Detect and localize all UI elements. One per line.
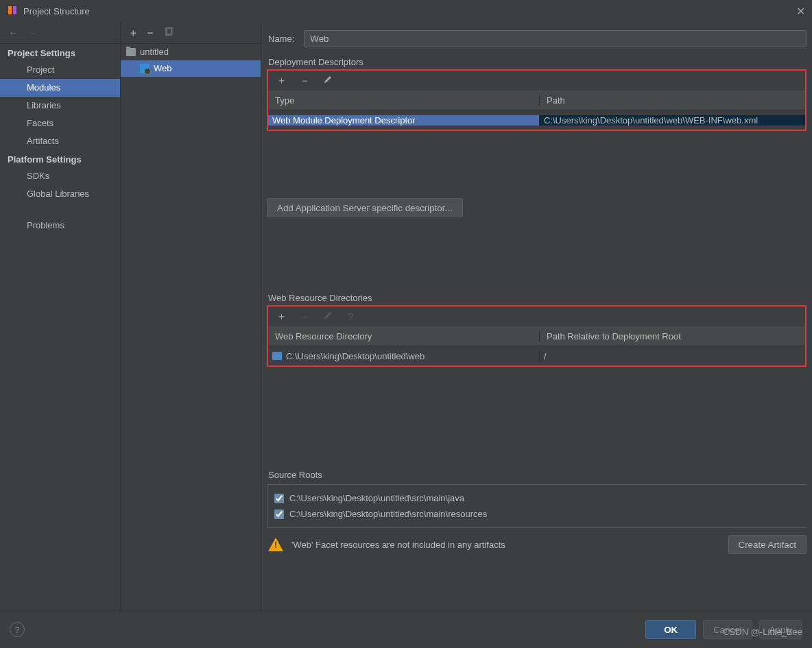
titlebar: Project Structure ✕ <box>0 0 812 22</box>
deployment-descriptors-box: ＋ − Type Path Web Module Deployment Desc… <box>267 69 807 131</box>
web-facet-icon <box>140 64 150 73</box>
nav-project[interactable]: Project <box>0 61 120 79</box>
warning-text: 'Web' Facet resources are not included i… <box>291 540 505 550</box>
content-panel: Name: Deployment Descriptors ＋ − Type Pa… <box>261 22 812 610</box>
wrd-add-icon[interactable]: ＋ <box>276 310 287 323</box>
dd-row-path: C:\Users\king\Desktop\untitled\web\WEB-I… <box>540 115 805 125</box>
ok-button[interactable]: OK <box>645 620 696 639</box>
nav-facets[interactable]: Facets <box>0 115 120 132</box>
tree-root-label: untitled <box>140 46 169 58</box>
name-input[interactable] <box>304 30 807 47</box>
source-root-row[interactable]: C:\Users\king\Desktop\untitled\src\main\… <box>274 490 800 506</box>
nav-libraries[interactable]: Libraries <box>0 97 120 115</box>
dd-col-path[interactable]: Path <box>540 95 805 106</box>
create-artifact-button[interactable]: Create Artifact <box>728 535 807 554</box>
dd-remove-icon[interactable]: − <box>302 75 308 86</box>
copy-icon[interactable] <box>165 27 174 38</box>
nav-global-libraries[interactable]: Global Libraries <box>0 185 120 203</box>
dd-row-type: Web Module Deployment Descriptor <box>268 115 540 125</box>
svg-rect-1 <box>8 6 12 14</box>
add-icon[interactable]: + <box>130 27 136 38</box>
tree-item-web[interactable]: Web <box>121 60 261 77</box>
web-resource-directories-label: Web Resource Directories <box>267 293 807 303</box>
wrd-row[interactable]: C:\Users\king\Desktop\untitled\web / <box>268 346 805 365</box>
nav-artifacts[interactable]: Artifacts <box>0 132 120 150</box>
section-project-settings: Project Settings <box>0 44 120 61</box>
nav-sdks[interactable]: SDKs <box>0 167 120 185</box>
wrd-col-rel[interactable]: Path Relative to Deployment Root <box>540 331 805 341</box>
close-icon[interactable]: ✕ <box>796 5 805 18</box>
sidebar-nav: ← → <box>0 22 120 44</box>
cancel-button[interactable]: Cancel <box>703 620 752 639</box>
name-label: Name: <box>268 34 294 44</box>
folder-icon <box>272 352 282 360</box>
back-arrow-icon[interactable]: ← <box>8 27 18 38</box>
dd-add-icon[interactable]: ＋ <box>276 74 287 87</box>
section-platform-settings: Platform Settings <box>0 150 120 167</box>
source-root-path-1: C:\Users\king\Desktop\untitled\src\main\… <box>289 509 487 519</box>
apply-button[interactable]: Apply <box>759 620 802 639</box>
folder-icon <box>126 48 136 56</box>
add-server-descriptor-button[interactable]: Add Application Server specific descript… <box>267 198 463 217</box>
source-root-path-0: C:\Users\king\Desktop\untitled\src\main\… <box>289 493 464 503</box>
source-root-row[interactable]: C:\Users\king\Desktop\untitled\src\main\… <box>274 506 800 522</box>
svg-rect-2 <box>13 6 16 14</box>
wrd-col-dir[interactable]: Web Resource Directory <box>268 331 540 341</box>
app-logo-icon <box>7 5 18 18</box>
nav-problems[interactable]: Problems <box>0 217 120 235</box>
wrd-help-icon[interactable]: ? <box>348 311 353 322</box>
wrd-remove-icon[interactable]: − <box>302 311 308 322</box>
window-title: Project Structure <box>23 6 90 16</box>
warning-icon <box>268 538 283 551</box>
wrd-edit-icon[interactable] <box>323 311 333 322</box>
source-root-checkbox-1[interactable] <box>274 509 284 519</box>
deployment-descriptors-label: Deployment Descriptors <box>267 57 807 67</box>
sidebar: ← → Project Settings Project Modules Lib… <box>0 22 121 610</box>
source-roots-box: C:\Users\king\Desktop\untitled\src\main\… <box>267 484 807 528</box>
tree-toolbar: + − <box>121 22 261 44</box>
module-tree-panel: + − untitled Web <box>121 22 261 610</box>
dd-row[interactable]: Web Module Deployment Descriptor C:\User… <box>268 110 805 130</box>
source-root-checkbox-0[interactable] <box>274 494 284 503</box>
tree-child-label: Web <box>154 62 172 75</box>
source-roots-label: Source Roots <box>267 470 807 480</box>
help-icon[interactable]: ? <box>10 622 25 637</box>
web-resource-directories-box: ＋ − ? Web Resource Directory Path Relati… <box>267 305 807 367</box>
nav-modules[interactable]: Modules <box>0 79 120 97</box>
dd-col-type[interactable]: Type <box>268 95 540 106</box>
wrd-row-rel: / <box>540 351 805 361</box>
dd-edit-icon[interactable] <box>323 75 333 86</box>
forward-arrow-icon[interactable]: → <box>27 27 37 38</box>
wrd-row-dir: C:\Users\king\Desktop\untitled\web <box>286 351 425 361</box>
tree-item-root[interactable]: untitled <box>121 44 261 60</box>
bottom-bar: ? OK Cancel Apply <box>0 610 812 648</box>
remove-icon[interactable]: − <box>147 27 154 38</box>
